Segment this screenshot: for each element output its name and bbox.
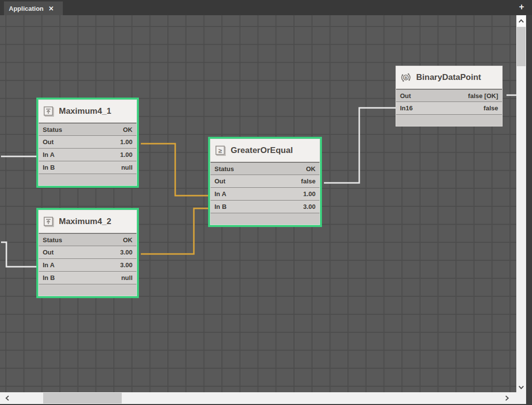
node-maximum4_2[interactable]: Maximum4_2 Status OK Out 3.00 In A 3.00 … [36, 208, 139, 298]
node-greaterorequal[interactable]: ≥ GreaterOrEqual Status OK Out false In … [208, 137, 322, 227]
wire-sheet-canvas[interactable]: Maximum4_1 Status OK Out 1.00 In A 1.00 … [0, 15, 516, 392]
row-value: 1.00 [120, 138, 133, 146]
row-value: null [121, 274, 133, 281]
vertical-scrollbar[interactable] [516, 15, 526, 405]
node-footer [211, 213, 319, 225]
row-label: In A [43, 151, 54, 158]
chevron-right-icon [505, 395, 509, 401]
row-label: In16 [400, 104, 413, 112]
node-header[interactable]: B BinaryDataPoint [396, 66, 502, 89]
node-binarydatapoint[interactable]: B BinaryDataPoint Out false [OK] In [394, 64, 505, 128]
tab-label: Application [9, 5, 44, 12]
node-row-out[interactable]: Out false [OK] [396, 89, 502, 101]
node-row-inA[interactable]: In A 1.00 [211, 187, 319, 200]
add-tab-button[interactable]: + [519, 2, 524, 12]
wire-maximum4_2-out-to-greaterorequal-inB[interactable] [141, 208, 210, 254]
tab-application[interactable]: Application ✕ [4, 1, 63, 15]
scroll-left-button[interactable] [1, 393, 14, 404]
vertical-scrollbar-thumb[interactable] [517, 27, 526, 66]
node-title: Maximum4_2 [59, 217, 111, 227]
scrollbar-corner [516, 392, 526, 404]
row-value: OK [123, 126, 133, 133]
node-footer [39, 174, 136, 185]
node-footer [396, 114, 502, 126]
row-value: OK [123, 236, 133, 244]
binary-data-point-icon: B [400, 72, 411, 83]
row-value: false [OK] [468, 92, 498, 100]
row-value: 3.00 [120, 249, 133, 256]
node-title: BinaryDataPoint [416, 73, 481, 82]
node-row-out[interactable]: Out 3.00 [39, 246, 136, 258]
chevron-left-icon [5, 395, 9, 401]
node-row-inB[interactable]: In B 3.00 [211, 200, 319, 213]
node-row-status[interactable]: Status OK [39, 123, 136, 135]
row-label: Out [43, 249, 53, 256]
row-label: In B [43, 274, 55, 281]
row-value: 3.00 [120, 261, 133, 269]
node-row-inB[interactable]: In B null [39, 271, 136, 284]
tab-close-icon[interactable]: ✕ [49, 5, 54, 12]
svg-text:B: B [404, 76, 407, 79]
svg-text:≥: ≥ [218, 147, 222, 154]
horizontal-scrollbar-thumb[interactable] [43, 393, 122, 404]
row-label: In A [214, 190, 226, 198]
node-header[interactable]: Maximum4_1 [39, 100, 136, 123]
node-row-out[interactable]: Out 1.00 [39, 135, 136, 148]
node-body: Maximum4_1 Status OK Out 1.00 In A 1.00 … [38, 100, 137, 186]
horizontal-scrollbar[interactable] [0, 392, 516, 404]
node-footer [39, 284, 136, 296]
row-value: false [301, 177, 316, 185]
node-maximum4_1[interactable]: Maximum4_1 Status OK Out 1.00 In A 1.00 … [36, 98, 139, 188]
node-row-inA[interactable]: In A 1.00 [39, 148, 136, 161]
node-row-status[interactable]: Status OK [211, 162, 319, 175]
node-title: GreaterOrEqual [231, 146, 293, 155]
wire-sheet-editor: Application ✕ + [0, 0, 532, 405]
right-margin [526, 15, 532, 405]
node-body: ≥ GreaterOrEqual Status OK Out false In … [210, 139, 320, 225]
scroll-right-button[interactable] [501, 393, 513, 404]
row-label: Status [214, 165, 234, 173]
row-label: In B [214, 203, 227, 210]
row-value: OK [306, 165, 316, 173]
chevron-up-icon [518, 19, 524, 23]
row-label: Out [43, 138, 53, 146]
row-label: Status [43, 236, 62, 244]
row-value: 1.00 [303, 190, 316, 198]
node-title: Maximum4_1 [59, 106, 111, 116]
maximum-icon [43, 106, 54, 117]
wire-maximum4_1-out-to-greaterorequal-inA[interactable] [141, 144, 210, 196]
row-label: Status [43, 126, 62, 133]
row-label: Out [214, 177, 225, 185]
scroll-up-button[interactable] [517, 16, 526, 26]
node-row-out[interactable]: Out false [211, 175, 319, 187]
node-row-inB[interactable]: In B null [39, 161, 136, 174]
wire-left-to-maximum4_2-inA[interactable] [1, 242, 38, 267]
scroll-down-button[interactable] [517, 382, 526, 393]
row-label: In B [43, 164, 55, 171]
maximum-icon [43, 216, 54, 227]
wire-greaterorequal-out-to-binarydatapoint-in16[interactable] [324, 108, 396, 183]
row-value: 3.00 [303, 203, 316, 210]
tab-bar: Application ✕ + [0, 0, 532, 15]
node-header[interactable]: ≥ GreaterOrEqual [211, 139, 319, 162]
node-row-status[interactable]: Status OK [39, 233, 136, 246]
node-body: Maximum4_2 Status OK Out 3.00 In A 3.00 … [38, 210, 137, 296]
row-value: null [121, 164, 133, 171]
row-value: false [483, 104, 498, 112]
node-row-inA[interactable]: In A 3.00 [39, 258, 136, 271]
chevron-down-icon [518, 385, 524, 389]
node-row-in16[interactable]: In16 false [396, 101, 502, 114]
row-label: Out [400, 92, 411, 100]
row-value: 1.00 [120, 151, 133, 158]
greater-or-equal-icon: ≥ [215, 145, 226, 156]
node-header[interactable]: Maximum4_2 [39, 210, 136, 233]
row-label: In A [43, 261, 54, 269]
node-body: B BinaryDataPoint Out false [OK] In [396, 66, 503, 127]
